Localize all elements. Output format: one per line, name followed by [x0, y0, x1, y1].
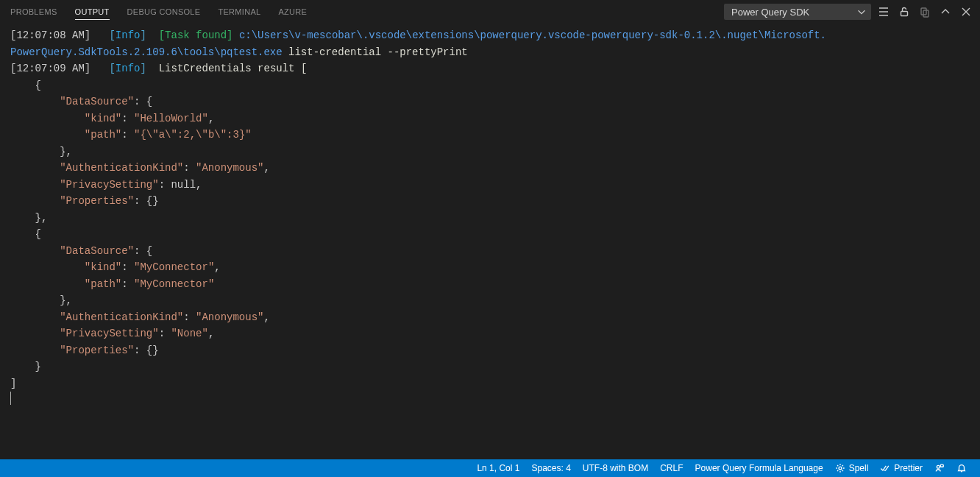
panel-tab-list: PROBLEMS OUTPUT DEBUG CONSOLE TERMINAL A… — [10, 4, 307, 20]
status-feedback-icon[interactable] — [928, 459, 951, 477]
panel-tabs: PROBLEMS OUTPUT DEBUG CONSOLE TERMINAL A… — [0, 0, 980, 24]
clear-output-icon[interactable] — [917, 4, 933, 20]
tab-terminal[interactable]: TERMINAL — [218, 4, 260, 20]
filter-label: Power Query SDK — [731, 7, 809, 18]
status-prettier-label: Prettier — [894, 463, 923, 473]
status-prettier[interactable]: Prettier — [874, 459, 928, 477]
person-feedback-icon — [934, 463, 945, 473]
tab-problems[interactable]: PROBLEMS — [10, 4, 57, 20]
gear-icon — [835, 463, 845, 473]
svg-rect-0 — [901, 12, 908, 16]
status-ln-col[interactable]: Ln 1, Col 1 — [471, 459, 525, 477]
svg-rect-5 — [940, 464, 943, 467]
panel-close-icon[interactable] — [958, 4, 974, 20]
status-bell-icon[interactable] — [951, 459, 973, 477]
status-encoding[interactable]: UTF-8 with BOM — [577, 459, 654, 477]
lock-open-icon[interactable] — [896, 4, 912, 20]
view-list-icon[interactable] — [876, 4, 892, 20]
status-language[interactable]: Power Query Formula Language — [689, 459, 829, 477]
output-channel-filter[interactable]: Power Query SDK — [724, 4, 871, 20]
status-eol[interactable]: CRLF — [654, 459, 689, 477]
panel-collapse-icon[interactable] — [937, 4, 954, 20]
output-content[interactable]: [12:07:08 AM] [Info] [Task found] c:\Use… — [0, 24, 980, 457]
tab-azure[interactable]: AZURE — [278, 4, 307, 20]
status-spaces[interactable]: Spaces: 4 — [525, 459, 576, 477]
double-check-icon — [880, 463, 890, 473]
svg-point-4 — [937, 465, 940, 468]
bell-icon — [956, 463, 967, 473]
tab-debug-console[interactable]: DEBUG CONSOLE — [127, 4, 201, 20]
status-bar: Ln 1, Col 1 Spaces: 4 UTF-8 with BOM CRL… — [0, 459, 980, 477]
status-spell-label: Spell — [849, 463, 869, 473]
status-spell[interactable]: Spell — [829, 459, 875, 477]
svg-point-3 — [839, 467, 842, 470]
tab-output[interactable]: OUTPUT — [75, 4, 110, 20]
chevron-down-icon — [856, 7, 867, 17]
